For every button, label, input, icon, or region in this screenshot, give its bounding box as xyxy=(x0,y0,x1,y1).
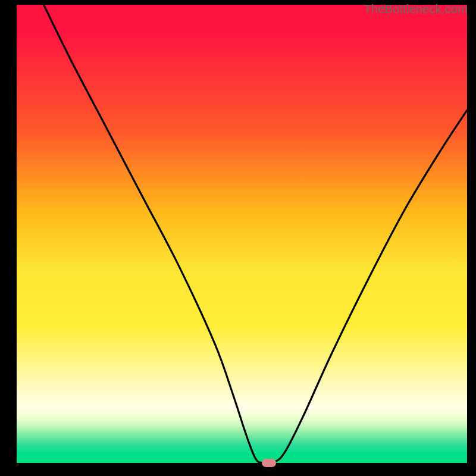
optimal-point-marker xyxy=(262,459,276,467)
chart-frame: TheBottleneck.com xyxy=(0,0,476,476)
plot-area xyxy=(17,5,467,463)
watermark-text: TheBottleneck.com xyxy=(364,2,468,16)
bottleneck-curve xyxy=(17,5,467,463)
